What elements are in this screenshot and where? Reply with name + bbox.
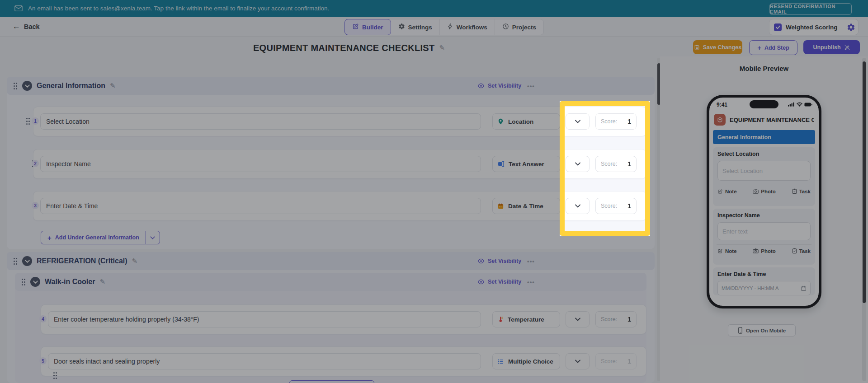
question-label-input[interactable] xyxy=(40,198,481,214)
email-icon xyxy=(14,5,23,14)
score-field[interactable]: Score: 1 xyxy=(595,113,637,130)
drag-handle-icon[interactable] xyxy=(26,118,30,125)
more-options-icon[interactable]: ••• xyxy=(527,258,535,265)
tab-workflows[interactable]: Workflows xyxy=(440,19,495,35)
open-on-mobile-label: Open On Mobile xyxy=(746,328,786,333)
collapse-chevron-icon[interactable] xyxy=(30,277,40,287)
question-label-input[interactable] xyxy=(40,156,481,172)
mobile-field-label: Select Location xyxy=(717,151,811,157)
eye-icon xyxy=(477,83,485,89)
score-field[interactable]: Score: 1 xyxy=(595,353,637,369)
add-under-general-label: Add Under General Information xyxy=(55,234,139,241)
note-action: Note xyxy=(717,189,737,194)
mobile-field-label: Enter Date & Time xyxy=(717,271,811,277)
answer-type-dropdown[interactable]: Multiple Choice xyxy=(492,353,560,369)
weighted-scoring-card: Weighted Scoring xyxy=(769,19,859,35)
question-label-input[interactable] xyxy=(48,311,481,327)
save-changes-button[interactable]: Save Changes xyxy=(693,40,742,54)
collapse-chevron-icon[interactable] xyxy=(22,256,32,266)
edit-title-icon[interactable]: ✎ xyxy=(439,44,445,52)
answer-type-dropdown[interactable]: Date & Time xyxy=(492,198,560,214)
weighted-scoring-checkbox[interactable] xyxy=(774,23,782,31)
answer-type-dropdown[interactable]: Text Answer xyxy=(492,156,560,172)
location-pin-icon xyxy=(497,118,504,125)
add-under-chevron[interactable] xyxy=(146,231,160,244)
save-icon xyxy=(694,44,700,50)
score-value: 1 xyxy=(627,160,631,168)
more-options-icon[interactable]: ••• xyxy=(527,279,535,285)
calendar-icon xyxy=(801,285,807,291)
panel-scrollbar-thumb[interactable] xyxy=(863,61,866,303)
add-step-button[interactable]: + Add Step xyxy=(749,40,797,55)
score-field[interactable]: Score: 1 xyxy=(595,311,637,327)
note-pencil-icon xyxy=(717,189,723,194)
back-button[interactable]: ← Back xyxy=(13,22,40,32)
score-field[interactable]: Score: 1 xyxy=(595,198,637,214)
drag-handle-icon[interactable] xyxy=(14,258,18,265)
score-value: 1 xyxy=(627,316,631,323)
answer-type-dropdown[interactable]: Location xyxy=(492,113,560,130)
tab-projects[interactable]: Projects xyxy=(495,19,543,35)
back-arrow-icon: ← xyxy=(13,22,20,31)
tab-settings[interactable]: Settings xyxy=(391,19,440,35)
row-options-dropdown[interactable] xyxy=(566,156,590,172)
phone-screen: 9:41 EQUIPMENT MAINTENANCE C... General … xyxy=(709,98,819,306)
mobile-section-banner-label: General Information xyxy=(717,134,771,140)
drag-handle-icon[interactable] xyxy=(22,279,26,285)
mobile-field-card: Inspector Name Note Photo Task xyxy=(713,209,815,265)
page-title-wrap: EQUIPMENT MAINTENANCE CHECKLIST ✎ xyxy=(191,41,507,55)
photo-action: Photo xyxy=(753,248,776,254)
resend-confirmation-button[interactable]: RESEND CONFIRMATION EMAIL xyxy=(769,3,852,15)
tab-builder-label: Builder xyxy=(362,24,383,31)
row-options-dropdown[interactable] xyxy=(566,353,590,369)
photo-label: Photo xyxy=(761,189,776,194)
add-under-general-button[interactable]: + Add Under General Information xyxy=(41,231,160,244)
note-label: Note xyxy=(725,189,737,194)
app-header: ← Back Builder Settings Workflows xyxy=(0,17,868,37)
save-changes-label: Save Changes xyxy=(703,44,741,51)
question-card: Date & Time Score: 1 xyxy=(33,191,646,221)
set-visibility-walkin[interactable]: Set Visibility ••• xyxy=(477,278,535,286)
mobile-date-input: MM/DD/YYYY - HH:MM A xyxy=(717,281,811,295)
more-options-icon[interactable]: ••• xyxy=(527,83,535,89)
tab-projects-label: Projects xyxy=(512,24,536,31)
plus-icon: + xyxy=(47,234,52,242)
tab-builder[interactable]: Builder xyxy=(344,19,391,35)
section-title: General Information xyxy=(37,82,105,90)
divider xyxy=(717,244,811,245)
drag-handle-icon[interactable] xyxy=(14,83,18,89)
clipboard-icon xyxy=(792,248,797,254)
camera-icon xyxy=(753,189,759,194)
add-under-walkin-button[interactable] xyxy=(289,380,374,383)
question-label-input[interactable] xyxy=(40,113,481,130)
question-number: 2 xyxy=(32,160,39,167)
question-card: Location Score: 1 xyxy=(33,107,646,136)
edit-section-icon[interactable]: ✎ xyxy=(110,82,116,90)
pencil-square-icon xyxy=(352,23,359,31)
mobile-preview-title: Mobile Preview xyxy=(740,65,788,72)
question-label-input[interactable] xyxy=(48,353,481,369)
mobile-field-card: Select Location Note Photo Task xyxy=(713,147,815,206)
eye-icon xyxy=(477,279,485,285)
settings-gear-icon[interactable] xyxy=(847,23,855,32)
collapse-chevron-icon[interactable] xyxy=(22,81,32,91)
row-options-dropdown[interactable] xyxy=(566,198,590,214)
builder-tab-group: Builder Settings Workflows Projects xyxy=(344,19,544,35)
unpublish-button[interactable]: Unpublish xyxy=(803,40,860,54)
section-title: Walk-in Cooler xyxy=(45,278,95,286)
set-visibility-general[interactable]: Set Visibility ••• xyxy=(477,82,535,90)
open-on-mobile-button[interactable]: Open On Mobile xyxy=(728,324,796,336)
edit-section-icon[interactable]: ✎ xyxy=(132,257,138,265)
row-options-dropdown[interactable] xyxy=(566,113,590,130)
drag-handle-icon[interactable] xyxy=(53,372,57,379)
banner-message: An email has been sent to sales@xenia.te… xyxy=(28,5,329,12)
wifi-icon xyxy=(797,102,802,107)
row-options-dropdown[interactable] xyxy=(566,311,590,327)
mobile-field-label: Inspector Name xyxy=(717,212,811,219)
edit-section-icon[interactable]: ✎ xyxy=(99,278,105,286)
divider xyxy=(717,185,811,185)
app-window: An email has been sent to sales@xenia.te… xyxy=(0,0,868,383)
set-visibility-refrigeration[interactable]: Set Visibility ••• xyxy=(477,257,535,265)
score-field[interactable]: Score: 1 xyxy=(595,156,637,172)
answer-type-dropdown[interactable]: Temperature xyxy=(492,311,560,327)
